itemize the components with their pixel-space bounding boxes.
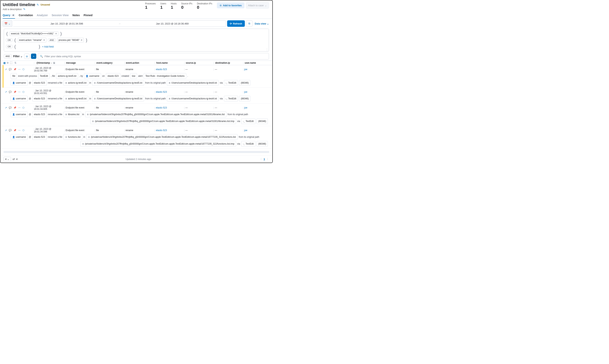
kql-input[interactable]: 🔍 Filter your data using KQL syntax (38, 53, 269, 59)
notes-icon[interactable]: 💬 (9, 91, 12, 93)
sort-icon[interactable]: ⇅ (14, 62, 16, 64)
badge-path[interactable]: 🗎/Users/username/Desktop/actions-ig-test… (92, 96, 144, 102)
filter-pill-event-action[interactable]: event.action: "rename" ✕ (18, 38, 47, 42)
badge-pid[interactable]: (88346) (257, 118, 268, 124)
fullscreen-icon[interactable]: ⛶ (10, 62, 12, 64)
cell-user[interactable]: |joe (243, 68, 262, 71)
badge-rule[interactable]: Test Rule - Investigation Guide Actions (144, 73, 186, 79)
settings-icon[interactable]: ⚙ (7, 62, 9, 64)
notes-icon[interactable]: 💬 (9, 129, 12, 132)
pin-icon[interactable]: 📌 (13, 129, 16, 132)
badge-target-file[interactable]: 🗎actions-ig-test5.txt (64, 80, 88, 86)
badge-process[interactable]: ›_TextEdit (241, 118, 255, 124)
expand-icon[interactable]: ↗ (5, 68, 7, 71)
tab-query[interactable]: Query 4 (3, 12, 15, 19)
badge-host[interactable]: elastic-523 (106, 73, 120, 79)
notes-icon[interactable]: 💬 (9, 106, 12, 109)
next-page-button[interactable]: 〉 (267, 157, 269, 161)
col-user[interactable]: user.name (245, 62, 256, 64)
date-picker-button[interactable]: 📅 ⌄ (3, 20, 12, 27)
add-field-button[interactable]: + Add field (42, 45, 54, 48)
description-placeholder[interactable]: Add a description (3, 8, 22, 11)
badge-user[interactable]: 👤username (84, 73, 101, 79)
col-action[interactable]: event.action (126, 62, 139, 64)
edit-title-icon[interactable]: ✎ (37, 3, 39, 6)
filter-pill-event-id[interactable]: event.id: "MvkX6x6TKsWnBj/O++++rVM1" ✕ (10, 31, 58, 36)
cell-host[interactable]: |elastic-523 (155, 129, 184, 132)
refresh-button[interactable]: ⟳ Refresh (227, 20, 245, 27)
badge-host[interactable]: elastic-523 (32, 80, 47, 86)
col-category[interactable]: event.category (96, 62, 113, 64)
expand-icon[interactable]: ↗ (5, 106, 7, 109)
cell-user[interactable]: |joe (243, 129, 262, 132)
badge-target-file[interactable]: actions-ig-test5.txt (56, 73, 78, 79)
columns-icon[interactable]: ▥ (3, 62, 5, 64)
add-filter-button[interactable]: ＋ (31, 53, 36, 59)
badge-user[interactable]: 👤username (11, 80, 27, 86)
filter-settings-button[interactable]: ⊜ (24, 53, 29, 59)
badge-path[interactable]: 🗎/Users/username/Desktop/actions-ig-test… (92, 80, 144, 86)
add-to-favorites-button[interactable]: ☆ Add to favorites (217, 2, 244, 8)
badge-user[interactable]: 👤username (11, 96, 27, 102)
edit-description-icon[interactable]: ✎ (23, 8, 26, 11)
badge-user[interactable]: 👤username (11, 134, 27, 140)
badge-host[interactable]: elastic-523 (32, 96, 47, 102)
badge-severity[interactable]: low (130, 73, 137, 79)
current-page[interactable]: 1 (264, 158, 265, 160)
date-end[interactable]: Jan 10, 2023 @ 16:18:36.469 (121, 22, 224, 25)
filter-pill-process-pid[interactable]: process.pid: "88346" ✕ (57, 38, 84, 42)
col-timestamp[interactable]: @timestamp (36, 62, 50, 64)
badge-pid[interactable]: (88346) (257, 141, 268, 147)
cell-host[interactable]: |elastic-523 (155, 91, 184, 93)
more-actions-icon[interactable]: ⋯ (18, 106, 21, 109)
badge-pid[interactable]: (88346) (239, 80, 250, 86)
badge-path[interactable]: 🗎/private/var/folders/vl/3hgrbnbs207ffmj… (86, 134, 238, 140)
close-icon[interactable]: ✕ (43, 39, 45, 41)
badge-original-path[interactable]: 🗎/private/var/folders/vl/3hgrbnbs207ffmj… (90, 118, 236, 124)
save-query-button[interactable]: ⧉ (246, 20, 252, 27)
analyzer-icon[interactable]: ⬡ (22, 91, 24, 93)
col-sourceip[interactable]: source.ip (186, 62, 196, 64)
badge-path[interactable]: 🗎/private/var/folders/vl/3hgrbnbs207ffmj… (85, 112, 226, 117)
expand-icon[interactable]: ↗ (5, 91, 7, 93)
horizontal-scrollbar[interactable] (3, 151, 269, 153)
date-start[interactable]: Jan 10, 2023 @ 16:01:34.596 (15, 22, 118, 25)
pin-icon[interactable]: 📌 (13, 68, 16, 71)
or-operator[interactable]: OR (6, 45, 13, 48)
and-operator[interactable]: AND (48, 38, 56, 42)
notes-icon[interactable]: 💬 (9, 68, 12, 71)
cell-user[interactable]: |joe (243, 106, 262, 109)
badge-pid[interactable]: (88346) (239, 96, 250, 102)
badge-target-file[interactable]: 🗎libraries.list (64, 112, 81, 117)
badge-user[interactable]: 👤username (11, 112, 27, 117)
analyzer-icon[interactable]: ⬡ (22, 129, 24, 132)
col-host[interactable]: host.name (156, 62, 168, 64)
pin-icon[interactable]: 📌 (13, 91, 16, 93)
analyzer-icon[interactable]: ⬡ (22, 68, 24, 71)
badge-process[interactable]: ›_TextEdit (224, 96, 238, 102)
badge-target-file[interactable]: 🗎functions.list (64, 134, 82, 140)
close-icon[interactable]: ✕ (55, 32, 57, 35)
badge-original-path[interactable]: 🗎/Users/username/Desktop/actions-ig-test… (167, 80, 219, 86)
badge-target-file[interactable]: 🗎actions-ig-test5.txt (64, 96, 88, 102)
date-range[interactable]: Jan 10, 2023 @ 16:01:34.596 → Jan 10, 20… (13, 20, 226, 27)
badge-original-path[interactable]: 🗎/private/var/folders/vl/3hgrbnbs207ffmj… (80, 141, 236, 147)
more-actions-icon[interactable]: ⋯ (18, 68, 21, 71)
more-actions-icon[interactable]: ⋯ (18, 91, 21, 93)
pin-icon[interactable]: 📌 (13, 106, 16, 109)
badge-host[interactable]: elastic-523 (32, 134, 47, 140)
more-actions-icon[interactable]: ⋯ (18, 129, 21, 132)
col-destip[interactable]: destination.ip (215, 62, 230, 64)
cell-host[interactable]: |elastic-523 (155, 106, 184, 109)
col-message[interactable]: message (66, 62, 76, 64)
or-operator[interactable]: OR (6, 38, 13, 42)
rows-per-page-selector[interactable]: 4 ⌄ (3, 157, 11, 161)
cell-user[interactable]: |joe (243, 91, 262, 93)
analyzer-icon[interactable]: ⬡ (22, 106, 24, 109)
tab-notes[interactable]: Notes (72, 12, 80, 19)
badge-process[interactable]: ›_TextEdit (241, 141, 255, 147)
tab-correlation[interactable]: Correlation (19, 12, 33, 19)
cell-host[interactable]: |elastic-523 (155, 68, 184, 71)
badge-file[interactable]: file (11, 73, 17, 79)
badge-host[interactable]: elastic-523 (32, 112, 47, 117)
